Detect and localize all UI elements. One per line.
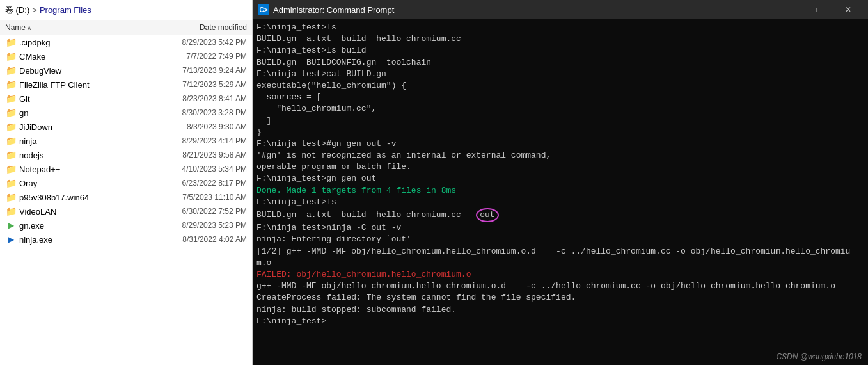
cmd-content-wrapper: F:\ninja_test>lsBUILD.gn a.txt build hel… [253,19,868,365]
file-date: 7/13/2023 9:24 AM [145,66,247,75]
list-item[interactable]: 📁 Notepad++ 4/10/2023 5:34 PM [0,162,252,176]
breadcrumb[interactable]: 卷 (D:) > Program Files [0,0,252,20]
cmd-line: m.o [256,257,864,269]
cmd-line: executable("hello_chromium") { [256,80,864,92]
file-name: Git [19,94,145,104]
list-item[interactable]: 📁 gn 8/30/2023 3:28 PM [0,106,252,120]
maximize-button[interactable]: □ [804,0,833,19]
cmd-line: "hello_chromium.cc", [256,103,864,115]
cmd-line: ] [256,115,864,127]
folder-icon: 📁 [5,79,17,90]
cmd-icon: C> [258,4,269,15]
cmd-line: '#gn' is not recognized as an internal o… [256,150,864,161]
cmd-line: BUILD.gn a.txt build hello_chromium.cc o… [256,208,864,222]
cmd-line: F:\ninja_test>ls [256,197,864,208]
cmd-line: F:\ninja_test>gn gen out [256,173,864,184]
cmd-window: C> Administrator: Command Prompt ─ □ ✕ F… [253,0,868,365]
file-name: nodejs [19,150,145,160]
cmd-line: BUILD.gn a.txt build hello_chromium.cc [256,33,864,45]
file-name: JiJiDown [19,122,145,132]
file-date: 8/29/2023 4:14 PM [145,136,247,145]
folder-green-icon: 📁 [5,107,17,118]
file-explorer: 卷 (D:) > Program Files Name ∧ Date modif… [0,0,253,365]
file-date: 6/30/2022 7:52 PM [145,207,247,216]
cmd-line: F:\ninja_test> [256,316,864,327]
sort-arrow: ∧ [27,24,31,31]
minimize-button[interactable]: ─ [775,0,804,19]
list-item[interactable]: 📁 DebugView 7/13/2023 9:24 AM [0,63,252,77]
close-button[interactable]: ✕ [833,0,863,19]
list-item[interactable]: 📁 FileZilla FTP Client 7/12/2023 5:29 AM [0,77,252,92]
file-name: VideoLAN [19,207,145,216]
folder-icon: 📁 [5,206,17,217]
folder-icon: 📁 [5,191,17,203]
list-item[interactable]: 📁 CMake 7/7/2022 7:49 PM [0,49,252,63]
cmd-line: operable program or batch file. [256,161,864,173]
cmd-line: ninja: build stopped: subcommand failed. [256,304,864,316]
folder-icon: 📁 [5,149,17,161]
file-name: ninja [19,136,145,146]
cmd-line: CreateProcess failed: The system cannot … [256,292,864,304]
list-item[interactable]: 📁 p95v308b17.win64 7/5/2023 11:10 AM [0,190,252,204]
file-name: p95v308b17.win64 [19,193,145,202]
folder-icon: 📁 [5,36,17,48]
file-date: 8/21/2023 9:58 AM [145,150,247,159]
exe-blue-icon: ▶ [5,234,17,245]
file-name: ninja.exe [19,235,145,245]
cmd-line: } [256,127,864,138]
folder-green-icon: 📁 [5,135,17,147]
list-item[interactable]: 📁 Git 8/23/2023 8:41 AM [0,92,252,106]
cmd-line: [1/2] g++ -MMD -MF obj/hello_chromium.he… [256,246,864,257]
cmd-line: ninja: Entering directory `out' [256,234,864,245]
file-name: gn.exe [19,221,145,231]
list-item[interactable]: 📁 Oray 6/23/2022 8:17 PM [0,176,252,190]
list-item[interactable]: 📁 nodejs 8/21/2023 9:58 AM [0,148,252,162]
cmd-line: F:\ninja_test>ls build [256,45,864,56]
cmd-line: F:\ninja_test>cat BUILD.gn [256,69,864,80]
cmd-line: Done. Made 1 targets from 4 files in 8ms [256,185,864,197]
file-name: gn [19,108,145,118]
column-headers: Name ∧ Date modified [0,20,252,35]
breadcrumb-drive[interactable]: 卷 (D:) [5,4,29,16]
file-name: DebugView [19,66,145,76]
file-name: Oray [19,179,145,188]
list-item[interactable]: ▶ gn.exe 8/29/2023 5:23 PM [0,218,252,232]
breadcrumb-sep1: > [32,5,37,15]
list-item[interactable]: 📁 .cipdpkg 8/29/2023 5:42 PM [0,35,252,49]
cmd-title: Administrator: Command Prompt [273,5,775,15]
file-date: 7/7/2022 7:49 PM [145,52,247,61]
file-date: 8/31/2022 4:02 AM [145,235,247,244]
folder-icon: 📁 [5,65,17,76]
file-name: FileZilla FTP Client [19,80,145,90]
file-date: 8/30/2023 3:28 PM [145,108,247,117]
file-date: 8/29/2023 5:23 PM [145,221,247,230]
file-date: 7/5/2023 11:10 AM [145,193,247,202]
exe-green-icon: ▶ [5,220,17,231]
file-name: CMake [19,52,145,61]
csdn-watermark: CSDN @wangxinhe1018 [776,352,862,361]
file-name: Notepad++ [19,165,145,174]
breadcrumb-folder[interactable]: Program Files [40,5,91,15]
list-item[interactable]: 📁 JiJiDown 8/3/2023 9:30 AM [0,120,252,134]
list-item[interactable]: 📁 VideoLAN 6/30/2022 7:52 PM [0,204,252,218]
file-date: 7/12/2023 5:29 AM [145,80,247,89]
file-date: 8/29/2023 5:42 PM [145,38,247,47]
cmd-line: FAILED: obj/hello_chromium.hello_chromiu… [256,269,864,280]
folder-icon: 📁 [5,163,17,175]
list-item[interactable]: 📁 ninja 8/29/2023 4:14 PM [0,134,252,148]
col-date-header[interactable]: Date modified [145,23,247,32]
file-date: 6/23/2022 8:17 PM [145,179,247,188]
file-date: 4/10/2023 5:34 PM [145,165,247,174]
folder-icon: 📁 [5,177,17,189]
folder-icon: 📁 [5,121,17,133]
cmd-titlebar: C> Administrator: Command Prompt ─ □ ✕ [253,0,868,19]
cmd-line: F:\ninja_test>ls [256,22,864,33]
cmd-body[interactable]: F:\ninja_test>lsBUILD.gn a.txt build hel… [253,19,868,365]
list-item[interactable]: ▶ ninja.exe 8/31/2022 4:02 AM [0,232,252,247]
cmd-line: g++ -MMD -MF obj/hello_chromium.hello_ch… [256,280,864,292]
file-date: 8/3/2023 9:30 AM [145,122,247,131]
file-list: 📁 .cipdpkg 8/29/2023 5:42 PM 📁 CMake 7/7… [0,35,252,365]
cmd-line: F:\ninja_test>ninja -C out -v [256,222,864,234]
folder-icon: 📁 [5,51,17,62]
col-name-header[interactable]: Name ∧ [5,23,145,32]
